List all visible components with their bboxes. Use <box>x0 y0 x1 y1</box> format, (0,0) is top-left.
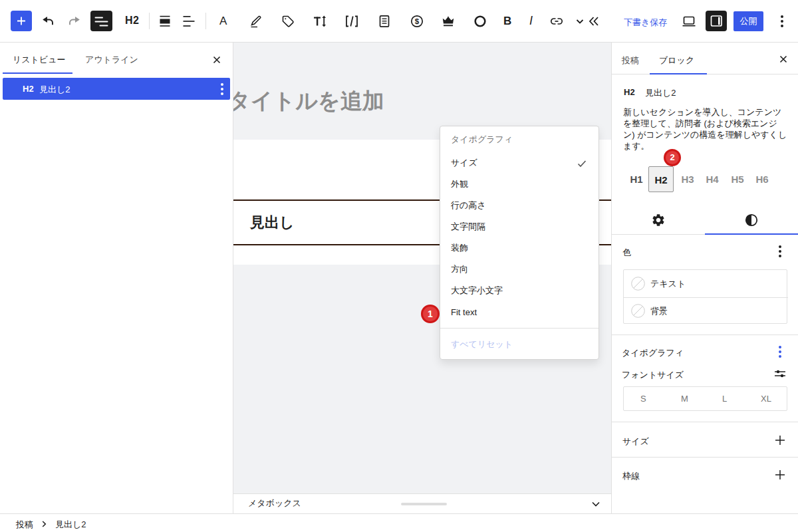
svg-text:$: $ <box>415 17 420 25</box>
